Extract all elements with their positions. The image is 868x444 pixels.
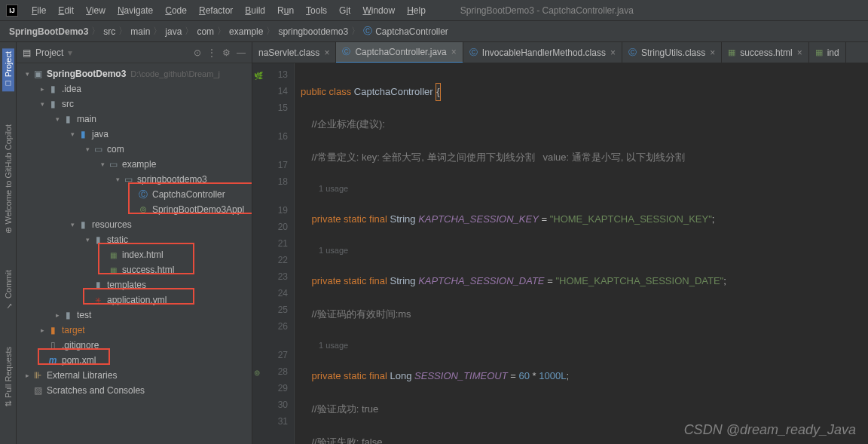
menu-run[interactable]: Run <box>273 4 298 17</box>
menu-file[interactable]: File <box>27 4 50 17</box>
tree-app-class[interactable]: ⊚SpringBootDemo3Appl <box>17 202 252 217</box>
close-icon[interactable]: × <box>610 47 616 58</box>
menu-git[interactable]: Git <box>335 4 355 17</box>
tree-java[interactable]: ▾▮java <box>17 127 252 142</box>
left-tab-project[interactable]: □ Project <box>2 48 14 91</box>
bc-item[interactable]: springbootdemo3 <box>278 26 348 37</box>
menu-window[interactable]: Window <box>358 4 399 17</box>
endpoint-icon[interactable]: ⊚ <box>254 365 260 381</box>
main-menu: File Edit View Navigate Code Refactor Bu… <box>27 4 430 17</box>
gutter: 🌿13 14 15 16 17 18 19 20 21 22 23 24 25 … <box>252 63 295 444</box>
menu-view[interactable]: View <box>81 4 110 17</box>
tab-success-html[interactable]: ▦success.html× <box>722 42 808 63</box>
tree-root[interactable]: ▾▣SpringBootDemo3D:\code_github\Dream_j <box>17 66 252 81</box>
tab-invocable[interactable]: ⒸInvocableHandlerMethod.class× <box>463 42 622 63</box>
project-view-icon: ▤ <box>23 47 31 58</box>
code[interactable]: public class CaptchaController { //企业标准(… <box>295 63 868 444</box>
options-icon[interactable]: ⋮ <box>207 47 216 58</box>
breadcrumb: SpringBootDemo3〉 src〉 main〉 java〉 com〉 e… <box>0 21 868 42</box>
class-icon: Ⓒ <box>342 46 350 57</box>
tree-example[interactable]: ▾▭example <box>17 157 252 172</box>
code-area[interactable]: 🌿13 14 15 16 17 18 19 20 21 22 23 24 25 … <box>252 63 868 444</box>
left-tool-strip: □ Project ⊕ Welcome to GitHub Copilot ✓ … <box>0 42 17 444</box>
tree-pkg[interactable]: ▾▭springbootdemo3 <box>17 172 252 187</box>
app-icon: IJ <box>6 5 18 17</box>
bc-item[interactable]: java <box>165 26 182 37</box>
close-icon[interactable]: × <box>324 47 329 58</box>
tree-captcha-class[interactable]: ⒸCaptchaController <box>17 187 252 202</box>
bc-item[interactable]: main <box>130 26 150 37</box>
tree-main[interactable]: ▾▮main <box>17 112 252 127</box>
usage-hint[interactable]: 1 usage <box>301 244 862 256</box>
window-title: SpringBootDemo3 - CaptchaController.java <box>460 5 634 16</box>
panel-title: Project <box>35 47 63 58</box>
menu-code[interactable]: Code <box>160 4 191 17</box>
locate-icon[interactable]: ⊙ <box>194 47 201 58</box>
bc-item[interactable]: com <box>197 26 214 37</box>
tree-test[interactable]: ▸▮test <box>17 308 252 323</box>
project-panel: ▤ Project ▾ ⊙ ⋮ ⚙ — ▾▣SpringBootDemo3D:\… <box>17 42 252 444</box>
tree-gitignore[interactable]: ▯.gitignore <box>17 338 252 353</box>
bc-item[interactable]: SpringBootDemo3 <box>9 26 88 37</box>
tab-index-html[interactable]: ▦ind <box>809 42 846 63</box>
usage-hint[interactable]: 1 usage <box>301 182 862 194</box>
tree-success-html[interactable]: ▦success.html <box>17 262 252 277</box>
menu-edit[interactable]: Edit <box>53 4 78 17</box>
close-icon[interactable]: × <box>451 47 457 57</box>
menu-tools[interactable]: Tools <box>301 4 332 17</box>
tree-templates[interactable]: ▮templates <box>17 277 252 292</box>
usage-hint[interactable]: 1 usage <box>301 339 862 351</box>
tree-app-yml[interactable]: ✳application.yml <box>17 292 252 308</box>
tree-idea[interactable]: ▸▮.idea <box>17 81 252 96</box>
tab-servlet[interactable]: naServlet.class× <box>252 42 336 63</box>
menu-navigate[interactable]: Navigate <box>113 4 157 17</box>
tree-scratch[interactable]: ▨Scratches and Consoles <box>17 383 252 398</box>
class-icon: Ⓒ <box>469 47 478 58</box>
close-icon[interactable]: × <box>710 47 715 58</box>
bc-item[interactable]: example <box>229 26 263 37</box>
tree-target[interactable]: ▸▮target <box>17 323 252 338</box>
menu-help[interactable]: Help <box>402 4 430 17</box>
project-tree: ▾▣SpringBootDemo3D:\code_github\Dream_j … <box>17 63 252 444</box>
gear-icon[interactable]: ⚙ <box>222 47 231 58</box>
titlebar: IJ File Edit View Navigate Code Refactor… <box>0 0 868 21</box>
class-icon: Ⓒ <box>628 47 637 58</box>
tree-src[interactable]: ▾▮src <box>17 96 252 112</box>
bc-item[interactable]: CaptchaController <box>375 26 448 37</box>
hide-icon[interactable]: — <box>237 47 246 58</box>
close-icon[interactable]: × <box>797 47 802 58</box>
bc-item[interactable]: src <box>103 26 115 37</box>
menu-build[interactable]: Build <box>240 4 270 17</box>
menu-refactor[interactable]: Refactor <box>194 4 237 17</box>
tree-com[interactable]: ▾▭com <box>17 142 252 157</box>
left-tab-pr[interactable]: ⇅ Pull Requests <box>2 344 14 410</box>
tree-resources[interactable]: ▾▮resources <box>17 217 252 232</box>
tree-extlib[interactable]: ▸⊪External Libraries <box>17 368 252 383</box>
tree-pom[interactable]: mpom.xml <box>17 353 252 368</box>
html-icon: ▦ <box>815 47 823 57</box>
run-icon[interactable]: 🌿 <box>254 68 263 84</box>
panel-header: ▤ Project ▾ ⊙ ⋮ ⚙ — <box>17 42 252 63</box>
tree-index-html[interactable]: ▦index.html <box>17 247 252 262</box>
editor-tabs: naServlet.class× ⒸCaptchaController.java… <box>252 42 868 63</box>
tab-stringutils[interactable]: ⒸStringUtils.class× <box>622 42 722 63</box>
tree-static[interactable]: ▾▮static <box>17 232 252 247</box>
html-icon: ▦ <box>728 47 735 57</box>
watermark: CSDN @dream_ready_Java <box>684 422 856 438</box>
tab-captcha[interactable]: ⒸCaptchaController.java× <box>336 42 463 63</box>
left-tab-copilot[interactable]: ⊕ Welcome to GitHub Copilot <box>2 121 14 237</box>
class-icon: Ⓒ <box>363 25 372 38</box>
left-tab-commit[interactable]: ✓ Commit <box>2 267 14 314</box>
editor-area: naServlet.class× ⒸCaptchaController.java… <box>252 42 868 444</box>
